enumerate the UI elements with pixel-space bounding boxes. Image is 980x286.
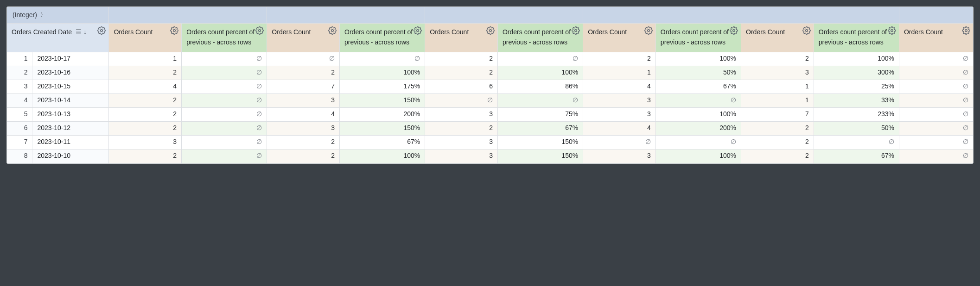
cell-count[interactable]: 7 [741,108,814,122]
cell-percent[interactable]: ∅ [182,108,267,122]
cell-count[interactable]: 3 [583,108,656,122]
cell-date[interactable]: 2023-10-15 [32,80,109,94]
cell-percent[interactable]: 233% [814,108,899,122]
cell-percent[interactable]: ∅ [497,94,583,108]
column-header-count[interactable]: Orders Count [267,24,340,52]
cell-count[interactable]: 2 [741,52,814,66]
cell-count[interactable]: 2 [425,122,498,136]
cell-percent[interactable]: 100% [655,108,741,122]
cell-count[interactable]: 1 [741,80,814,94]
cell-count[interactable]: 3 [267,94,340,108]
cell-percent[interactable]: ∅ [655,94,741,108]
cell-count[interactable]: 4 [583,80,656,94]
cell-count[interactable]: ∅ [899,80,973,94]
cell-count[interactable]: ∅ [583,136,656,149]
column-header-percent[interactable]: Orders count percent of previous - acros… [497,24,583,52]
cell-count[interactable]: 2 [583,52,656,66]
cell-percent[interactable]: 33% [814,94,899,108]
cell-percent[interactable]: 100% [340,149,425,163]
cell-date[interactable]: 2023-10-16 [32,66,109,80]
cell-count[interactable]: ∅ [425,94,498,108]
gear-icon[interactable] [97,26,106,35]
cell-percent[interactable]: 67% [340,136,425,149]
cell-count[interactable]: ∅ [899,136,973,149]
cell-count[interactable]: 1 [583,66,656,80]
gear-icon[interactable] [255,26,264,35]
cell-count[interactable]: 1 [741,94,814,108]
cell-percent[interactable]: ∅ [814,136,899,149]
cell-percent[interactable]: 175% [340,80,425,94]
cell-percent[interactable]: ∅ [182,80,267,94]
column-header-count[interactable]: Orders Count [109,24,182,52]
cell-percent[interactable]: 67% [655,80,741,94]
cell-count[interactable]: 6 [425,80,498,94]
cell-percent[interactable]: 100% [655,52,741,66]
gear-icon[interactable] [802,26,811,35]
cell-count[interactable]: 2 [109,94,182,108]
gear-icon[interactable] [170,26,178,35]
cell-date[interactable]: 2023-10-17 [32,52,109,66]
column-header-count[interactable]: Orders Count [425,24,498,52]
cell-percent[interactable]: 300% [814,66,899,80]
cell-percent[interactable]: ∅ [182,94,267,108]
cell-count[interactable]: 2 [267,136,340,149]
cell-count[interactable]: 2 [741,122,814,136]
cell-count[interactable]: ∅ [899,149,973,163]
cell-count[interactable]: 7 [267,80,340,94]
cell-count[interactable]: 3 [583,94,656,108]
cell-percent[interactable]: ∅ [182,122,267,136]
cell-percent[interactable]: 50% [655,66,741,80]
cell-percent[interactable]: 150% [340,122,425,136]
cell-percent[interactable]: ∅ [182,136,267,149]
cell-count[interactable]: 2 [267,149,340,163]
cell-percent[interactable]: 100% [655,149,741,163]
column-header-percent[interactable]: Orders count percent of previous - acros… [655,24,741,52]
cell-count[interactable]: 1 [109,52,182,66]
cell-percent[interactable]: ∅ [182,149,267,163]
column-header-date[interactable]: Orders Created Date ☰ ↓ [7,24,109,52]
cell-count[interactable]: 3 [425,149,498,163]
gear-icon[interactable] [414,26,422,35]
cell-count[interactable]: ∅ [899,66,973,80]
cell-count[interactable]: 2 [741,136,814,149]
cell-count[interactable]: 3 [109,136,182,149]
cell-count[interactable]: 2 [109,122,182,136]
cell-count[interactable]: 4 [583,122,656,136]
cell-count[interactable]: 2 [425,66,498,80]
cell-count[interactable]: ∅ [899,52,973,66]
cell-count[interactable]: 2 [741,149,814,163]
cell-percent[interactable]: 200% [340,108,425,122]
cell-date[interactable]: 2023-10-10 [32,149,109,163]
cell-count[interactable]: 2 [109,66,182,80]
cell-count[interactable]: ∅ [267,52,340,66]
cell-count[interactable]: ∅ [899,108,973,122]
cell-count[interactable]: 3 [425,136,498,149]
cell-count[interactable]: 3 [425,108,498,122]
cell-percent[interactable]: 50% [814,122,899,136]
cell-count[interactable]: 4 [267,108,340,122]
cell-date[interactable]: 2023-10-13 [32,108,109,122]
cell-count[interactable]: 2 [425,52,498,66]
cell-count[interactable]: ∅ [899,94,973,108]
column-header-percent[interactable]: Orders count percent of previous - acros… [340,24,425,52]
cell-count[interactable]: 2 [267,66,340,80]
cell-percent[interactable]: ∅ [497,52,583,66]
cell-count[interactable]: 2 [109,149,182,163]
group-header-integer[interactable]: (Integer) 〉 [7,7,109,24]
column-header-count[interactable]: Orders Count [899,24,973,52]
cell-percent[interactable]: ∅ [340,52,425,66]
cell-percent[interactable]: 150% [340,94,425,108]
column-header-percent[interactable]: Orders count percent of previous - acros… [182,24,267,52]
cell-count[interactable]: 3 [267,122,340,136]
gear-icon[interactable] [328,26,337,35]
cell-count[interactable]: 4 [109,80,182,94]
cell-count[interactable]: ∅ [899,122,973,136]
gear-icon[interactable] [888,26,896,35]
cell-percent[interactable]: ∅ [182,66,267,80]
cell-count[interactable]: 3 [741,66,814,80]
cell-percent[interactable]: 25% [814,80,899,94]
cell-percent[interactable]: 75% [497,108,583,122]
gear-icon[interactable] [730,26,738,35]
cell-count[interactable]: 2 [109,108,182,122]
gear-icon[interactable] [572,26,580,35]
